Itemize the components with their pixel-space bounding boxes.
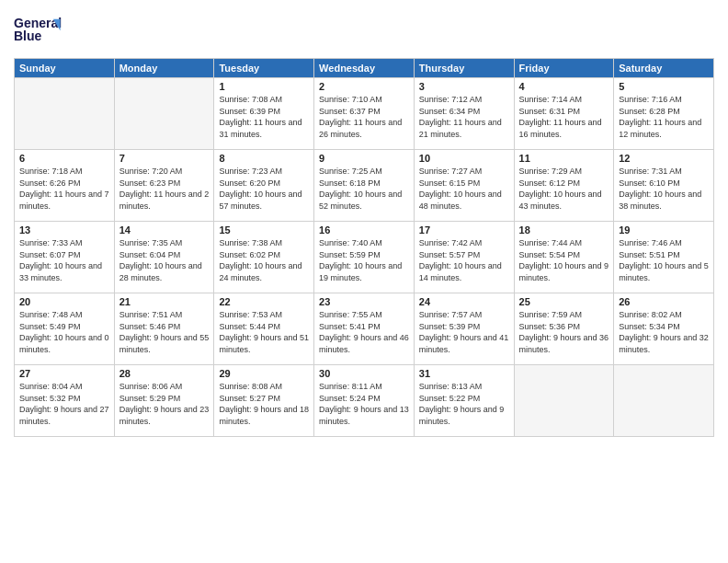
day-info: Sunrise: 7:14 AMSunset: 6:31 PMDaylight:… [519,94,609,140]
day-info: Sunrise: 7:10 AMSunset: 6:37 PMDaylight:… [319,94,409,140]
day-info: Sunrise: 8:04 AMSunset: 5:32 PMDaylight:… [19,381,109,427]
day-info: Sunrise: 7:23 AMSunset: 6:20 PMDaylight:… [219,166,309,212]
day-number: 24 [419,296,509,307]
day-number: 14 [119,224,210,236]
day-number: 13 [19,224,109,236]
day-number: 17 [419,224,509,236]
calendar-cell [514,365,614,437]
calendar-cell: 28Sunrise: 8:06 AMSunset: 5:29 PMDayligh… [114,365,214,437]
weekday-header: Wednesday [314,59,415,78]
calendar-cell: 3Sunrise: 7:12 AMSunset: 6:34 PMDaylight… [414,78,514,150]
day-info: Sunrise: 7:42 AMSunset: 5:57 PMDaylight:… [419,237,509,283]
calendar-cell: 6Sunrise: 7:18 AMSunset: 6:26 PMDaylight… [15,150,115,222]
day-number: 9 [319,153,409,164]
calendar: SundayMondayTuesdayWednesdayThursdayFrid… [14,58,714,437]
calendar-cell: 29Sunrise: 8:08 AMSunset: 5:27 PMDayligh… [214,365,314,437]
day-info: Sunrise: 7:40 AMSunset: 5:59 PMDaylight:… [319,237,409,283]
calendar-cell: 8Sunrise: 7:23 AMSunset: 6:20 PMDaylight… [214,150,314,222]
day-number: 28 [119,368,210,379]
calendar-cell: 7Sunrise: 7:20 AMSunset: 6:23 PMDaylight… [114,150,214,222]
weekday-header: Monday [114,59,214,78]
weekday-header: Sunday [15,59,115,78]
weekday-header: Thursday [414,59,514,78]
day-info: Sunrise: 8:06 AMSunset: 5:29 PMDaylight:… [119,381,210,427]
day-info: Sunrise: 7:44 AMSunset: 5:54 PMDaylight:… [519,237,609,283]
day-number: 29 [219,368,309,379]
day-number: 7 [119,153,210,164]
day-info: Sunrise: 7:33 AMSunset: 6:07 PMDaylight:… [19,237,109,283]
day-info: Sunrise: 7:48 AMSunset: 5:49 PMDaylight:… [19,309,109,355]
calendar-cell: 10Sunrise: 7:27 AMSunset: 6:15 PMDayligh… [414,150,514,222]
day-number: 23 [319,296,409,307]
calendar-cell: 24Sunrise: 7:57 AMSunset: 5:39 PMDayligh… [414,293,514,365]
day-number: 5 [619,81,709,92]
day-number: 18 [519,224,609,236]
day-info: Sunrise: 7:38 AMSunset: 6:02 PMDaylight:… [219,237,309,283]
day-info: Sunrise: 8:13 AMSunset: 5:22 PMDaylight:… [419,381,509,427]
calendar-cell: 27Sunrise: 8:04 AMSunset: 5:32 PMDayligh… [15,365,115,437]
calendar-cell: 15Sunrise: 7:38 AMSunset: 6:02 PMDayligh… [214,222,314,293]
day-number: 16 [319,224,409,236]
calendar-cell: 12Sunrise: 7:31 AMSunset: 6:10 PMDayligh… [614,150,714,222]
header: General Blue [14,9,714,51]
calendar-cell: 23Sunrise: 7:55 AMSunset: 5:41 PMDayligh… [314,293,415,365]
day-number: 3 [419,81,509,92]
day-info: Sunrise: 8:08 AMSunset: 5:27 PMDaylight:… [219,381,309,427]
day-number: 22 [219,296,309,307]
calendar-cell [614,365,714,437]
day-info: Sunrise: 7:20 AMSunset: 6:23 PMDaylight:… [119,166,210,212]
day-info: Sunrise: 7:59 AMSunset: 5:36 PMDaylight:… [519,309,609,355]
day-number: 12 [619,153,709,164]
calendar-cell: 20Sunrise: 7:48 AMSunset: 5:49 PMDayligh… [15,293,115,365]
calendar-cell: 5Sunrise: 7:16 AMSunset: 6:28 PMDaylight… [614,78,714,150]
calendar-cell: 31Sunrise: 8:13 AMSunset: 5:22 PMDayligh… [414,365,514,437]
day-number: 10 [419,153,509,164]
day-info: Sunrise: 7:18 AMSunset: 6:26 PMDaylight:… [19,166,109,212]
day-number: 15 [219,224,309,236]
calendar-cell: 26Sunrise: 8:02 AMSunset: 5:34 PMDayligh… [614,293,714,365]
calendar-cell: 25Sunrise: 7:59 AMSunset: 5:36 PMDayligh… [514,293,614,365]
day-info: Sunrise: 8:02 AMSunset: 5:34 PMDaylight:… [619,309,709,355]
day-info: Sunrise: 7:35 AMSunset: 6:04 PMDaylight:… [119,237,210,283]
day-number: 4 [519,81,609,92]
calendar-cell: 21Sunrise: 7:51 AMSunset: 5:46 PMDayligh… [114,293,214,365]
day-info: Sunrise: 7:25 AMSunset: 6:18 PMDaylight:… [319,166,409,212]
day-info: Sunrise: 7:29 AMSunset: 6:12 PMDaylight:… [519,166,609,212]
day-info: Sunrise: 7:27 AMSunset: 6:15 PMDaylight:… [419,166,509,212]
day-info: Sunrise: 7:51 AMSunset: 5:46 PMDaylight:… [119,309,210,355]
calendar-cell [114,78,214,150]
calendar-cell: 13Sunrise: 7:33 AMSunset: 6:07 PMDayligh… [15,222,115,293]
calendar-cell: 4Sunrise: 7:14 AMSunset: 6:31 PMDaylight… [514,78,614,150]
weekday-header: Saturday [614,59,714,78]
day-number: 30 [319,368,409,379]
weekday-header: Friday [514,59,614,78]
calendar-week-row: 6Sunrise: 7:18 AMSunset: 6:26 PMDaylight… [15,150,714,222]
calendar-week-row: 20Sunrise: 7:48 AMSunset: 5:49 PMDayligh… [15,293,714,365]
calendar-cell: 19Sunrise: 7:46 AMSunset: 5:51 PMDayligh… [614,222,714,293]
calendar-cell: 2Sunrise: 7:10 AMSunset: 6:37 PMDaylight… [314,78,415,150]
day-number: 6 [19,153,109,164]
day-info: Sunrise: 7:55 AMSunset: 5:41 PMDaylight:… [319,309,409,355]
day-number: 1 [219,81,309,92]
day-info: Sunrise: 7:12 AMSunset: 6:34 PMDaylight:… [419,94,509,140]
day-number: 8 [219,153,309,164]
day-number: 2 [319,81,409,92]
weekday-header-row: SundayMondayTuesdayWednesdayThursdayFrid… [15,59,714,78]
calendar-week-row: 27Sunrise: 8:04 AMSunset: 5:32 PMDayligh… [15,365,714,437]
day-number: 20 [19,296,109,307]
day-info: Sunrise: 7:16 AMSunset: 6:28 PMDaylight:… [619,94,709,140]
day-number: 19 [619,224,709,236]
day-number: 11 [519,153,609,164]
day-number: 25 [519,296,609,307]
svg-text:Blue: Blue [14,29,42,43]
day-number: 27 [19,368,109,379]
day-info: Sunrise: 7:53 AMSunset: 5:44 PMDaylight:… [219,309,309,355]
calendar-cell: 18Sunrise: 7:44 AMSunset: 5:54 PMDayligh… [514,222,614,293]
day-info: Sunrise: 7:08 AMSunset: 6:39 PMDaylight:… [219,94,309,140]
day-number: 21 [119,296,210,307]
day-info: Sunrise: 7:31 AMSunset: 6:10 PMDaylight:… [619,166,709,212]
calendar-cell [15,78,115,150]
calendar-cell: 1Sunrise: 7:08 AMSunset: 6:39 PMDaylight… [214,78,314,150]
calendar-week-row: 13Sunrise: 7:33 AMSunset: 6:07 PMDayligh… [15,222,714,293]
calendar-cell: 16Sunrise: 7:40 AMSunset: 5:59 PMDayligh… [314,222,415,293]
